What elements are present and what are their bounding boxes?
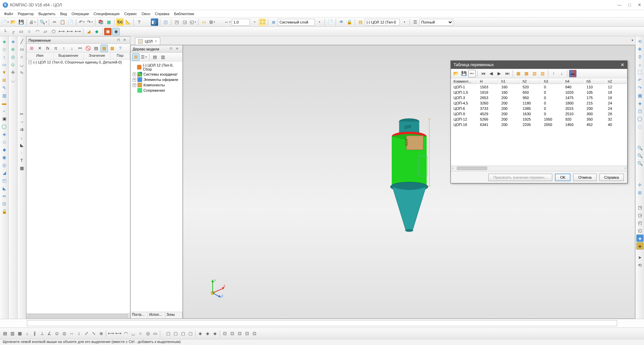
zoomwin-icon[interactable]: ⌕ <box>636 61 644 68</box>
wire-icon[interactable]: ◡ <box>9 76 17 84</box>
dim-icon[interactable]: ⟷ <box>58 28 65 35</box>
table-row[interactable]: ЦОП-18634120022052050145045240 <box>452 122 627 127</box>
table-cell[interactable]: 0 <box>542 85 562 89</box>
measure-icon[interactable]: 📐 <box>124 18 132 26</box>
table-cell[interactable]: 0 <box>542 95 562 100</box>
table-cell[interactable]: 1020 <box>563 90 584 95</box>
table-cell[interactable]: 0 <box>542 90 562 95</box>
extrude-icon[interactable]: ▣ <box>104 28 112 35</box>
bt-icon[interactable]: ⊡ <box>236 330 243 337</box>
dlg-save-icon[interactable]: 💾 <box>460 70 468 77</box>
table-cell[interactable]: 200 <box>499 122 520 127</box>
tree-close-icon[interactable]: ✕ <box>176 47 180 51</box>
table-cell[interactable]: 12 <box>606 85 627 89</box>
paste-icon[interactable]: 📄 <box>67 18 74 26</box>
table-header-cell[interactable]: h4 <box>563 79 584 84</box>
grid2-icon[interactable]: ⊞ <box>636 189 644 196</box>
print-icon[interactable]: 🖨 <box>29 18 36 26</box>
fillet-icon[interactable]: ◟ <box>18 133 26 141</box>
table-cell[interactable]: 1385 <box>521 106 541 111</box>
table-cell[interactable]: 0 <box>542 106 562 111</box>
doc-tab-close-icon[interactable]: × <box>155 39 157 44</box>
menu-help[interactable]: Справка <box>153 11 171 16</box>
point-icon[interactable]: · <box>18 149 26 156</box>
doc-dropdown-icon[interactable] <box>400 18 408 26</box>
table-cell[interactable]: 350 <box>585 117 605 122</box>
table-cell[interactable]: 200 <box>499 117 520 122</box>
sketch-circle-icon[interactable]: ○ <box>18 53 26 60</box>
dlg-delrow-icon[interactable]: ▦ <box>523 70 530 77</box>
dim3-icon[interactable]: ⟷ <box>74 28 81 35</box>
bt-icon[interactable]: ▥ <box>9 330 16 337</box>
table-cell[interactable]: 520 <box>521 85 541 89</box>
zoomfit-icon[interactable]: ⛶ <box>636 69 644 76</box>
panel-pin-icon[interactable]: ⊓ <box>117 38 122 43</box>
tree-node[interactable]: Сопряжения <box>132 88 181 93</box>
table-header-cell[interactable]: h5 <box>585 79 605 84</box>
table-cell[interactable]: 0 <box>542 112 562 116</box>
bt-icon[interactable]: ◠ <box>122 330 129 337</box>
table-cell[interactable]: 200 <box>585 106 605 111</box>
tree-mode2-icon[interactable]: ☰ <box>140 53 147 61</box>
fit-icon[interactable]: ⛶ <box>259 18 266 26</box>
table-cell[interactable]: 32 <box>606 117 627 122</box>
table-cell[interactable]: 28 <box>606 112 627 116</box>
insert-icon[interactable]: ⊕ <box>9 45 17 53</box>
text-icon[interactable]: T <box>18 157 26 164</box>
sketch-spline-icon[interactable]: ∿ <box>18 69 26 76</box>
scale-dropdown-icon[interactable] <box>251 18 258 26</box>
hide-icon[interactable]: ◯ <box>636 115 644 122</box>
menu-operations[interactable]: Операции <box>70 11 91 16</box>
origin-icon[interactable]: ⊞ <box>208 18 216 26</box>
next-view-icon[interactable]: ↷ <box>636 84 644 91</box>
table-cell[interactable]: 24 <box>606 106 627 111</box>
hatch-icon[interactable]: ▦ <box>18 164 26 172</box>
bt-icon[interactable]: ⟷ <box>107 330 115 337</box>
dlg-up-icon[interactable]: ↑ <box>550 70 557 77</box>
bt-icon[interactable]: ⊡ <box>251 330 258 337</box>
line2-icon[interactable]: ┌ <box>9 28 17 35</box>
dlg-open-icon[interactable]: 📂 <box>452 70 460 77</box>
table-cell[interactable]: 2050 <box>542 122 562 127</box>
var-table-icon[interactable]: ▤ <box>92 45 100 52</box>
var-down-icon[interactable]: ↓ <box>68 45 76 52</box>
table-cell[interactable]: 160 <box>499 90 520 95</box>
bt-icon[interactable]: ▢ <box>165 330 172 337</box>
library-icon[interactable]: 📚 <box>97 18 104 26</box>
viewport-3d[interactable]: 328 624 Y X <box>183 45 635 319</box>
mirror-icon[interactable]: ⇔ <box>1 192 8 200</box>
panel-close-icon[interactable]: ✕ <box>123 38 128 43</box>
zoom-sel-icon[interactable]: 🔍 <box>636 160 644 167</box>
tree-collapse-icon[interactable]: ▤ <box>151 53 159 61</box>
table-cell[interactable]: 1450 <box>563 122 584 127</box>
var-tree-icon[interactable]: ⊞ <box>28 45 35 52</box>
var-up-icon[interactable]: ↑ <box>60 45 68 52</box>
sketch-rect-icon[interactable]: ▭ <box>18 45 26 53</box>
hole-icon[interactable]: ◉ <box>1 154 8 161</box>
var-pi-icon[interactable]: π <box>52 45 59 52</box>
var-col-value[interactable]: Значение <box>84 53 111 59</box>
bt-icon[interactable]: ∠ <box>46 330 53 337</box>
bend-icon[interactable]: ⌐ <box>1 107 8 115</box>
bt-icon[interactable]: ⤡ <box>90 330 97 337</box>
table-cell[interactable]: ЦОП-1,5 <box>452 90 477 95</box>
bt-icon[interactable]: ↔ <box>68 330 75 337</box>
table-header-cell[interactable]: h1 <box>499 79 520 84</box>
loft-icon[interactable]: ◇ <box>1 138 8 145</box>
bt-icon[interactable]: ◎ <box>60 330 68 337</box>
table-cell[interactable]: 24 <box>606 101 627 105</box>
doc-tabs-menu-icon[interactable]: ▾ <box>632 38 633 42</box>
table-cell[interactable]: 3260 <box>478 101 499 105</box>
bt-icon[interactable]: ▤ <box>1 330 9 337</box>
minimize-button[interactable]: — <box>617 2 621 7</box>
table-row[interactable]: ЦОП-9452920016300251030028 <box>452 112 627 116</box>
cube-front-icon[interactable]: ◳ <box>636 204 644 211</box>
circle-icon[interactable]: ○ <box>26 28 33 35</box>
table-cell[interactable]: 215 <box>585 101 605 105</box>
table-cell[interactable]: ЦОП-6 <box>452 106 477 111</box>
table-header-cell[interactable]: Коммент... <box>452 79 477 84</box>
section-view-icon[interactable]: ◫ <box>636 107 644 115</box>
tree-pin-icon[interactable]: ⊓ <box>170 47 174 51</box>
table-row[interactable]: ЦОП-11503160520084011012 <box>452 85 627 89</box>
bt-icon[interactable]: ◈ <box>204 330 211 337</box>
